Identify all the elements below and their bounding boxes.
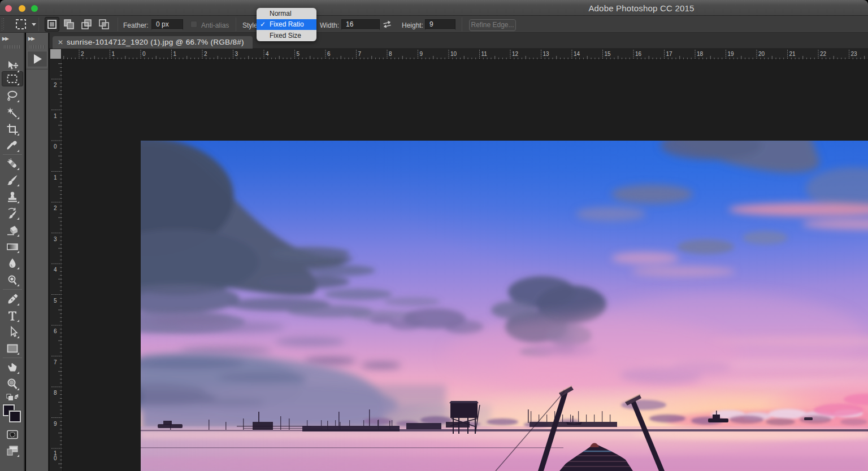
svg-text:16: 16 xyxy=(635,51,642,57)
svg-text:8: 8 xyxy=(54,390,57,396)
svg-text:19: 19 xyxy=(728,51,735,57)
svg-text:14: 14 xyxy=(574,51,580,57)
svg-text:12: 12 xyxy=(512,51,519,57)
svg-text:0: 0 xyxy=(54,143,57,150)
svg-text:1: 1 xyxy=(54,113,57,119)
svg-text:4: 4 xyxy=(54,267,57,273)
svg-text:5: 5 xyxy=(54,298,57,304)
svg-text:10: 10 xyxy=(54,450,57,461)
svg-text:10: 10 xyxy=(450,51,457,57)
svg-text:20: 20 xyxy=(758,51,765,57)
svg-text:18: 18 xyxy=(697,51,704,57)
svg-text:6: 6 xyxy=(327,51,331,57)
svg-text:17: 17 xyxy=(666,51,673,57)
svg-text:0: 0 xyxy=(142,51,146,57)
svg-text:7: 7 xyxy=(54,359,57,365)
svg-text:11: 11 xyxy=(481,51,488,57)
svg-text:21: 21 xyxy=(789,51,796,57)
svg-text:9: 9 xyxy=(54,421,57,427)
svg-text:2: 2 xyxy=(204,51,207,57)
svg-text:15: 15 xyxy=(605,51,611,57)
svg-text:3: 3 xyxy=(54,236,57,242)
svg-text:4: 4 xyxy=(266,51,269,57)
svg-text:22: 22 xyxy=(820,51,827,57)
svg-text:1: 1 xyxy=(173,51,177,57)
svg-text:6: 6 xyxy=(54,328,57,334)
svg-text:13: 13 xyxy=(543,51,550,57)
svg-text:1: 1 xyxy=(112,51,115,57)
svg-text:2: 2 xyxy=(81,51,84,57)
svg-text:3: 3 xyxy=(235,51,238,57)
svg-text:5: 5 xyxy=(297,51,300,57)
svg-text:7: 7 xyxy=(358,51,362,57)
svg-text:9: 9 xyxy=(420,51,423,57)
svg-text:2: 2 xyxy=(54,82,57,88)
svg-text:2: 2 xyxy=(54,205,57,211)
svg-text:23: 23 xyxy=(851,51,858,57)
svg-text:8: 8 xyxy=(389,51,392,57)
svg-text:1: 1 xyxy=(54,175,57,181)
